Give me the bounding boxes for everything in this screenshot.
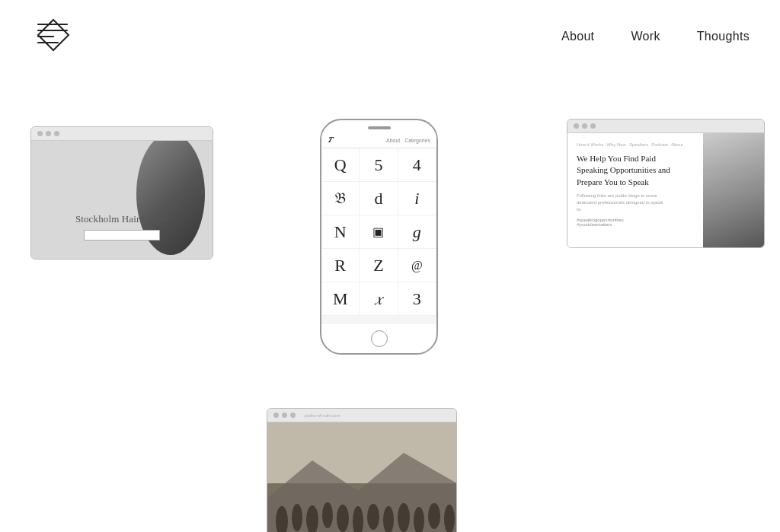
browser-dot-1 [37, 131, 43, 136]
browser-dot-2 [46, 131, 51, 136]
fontapp-logo: 𝑇 [328, 135, 332, 145]
stockholm-figure [136, 141, 205, 259]
main-nav: About Work Thoughts [561, 30, 750, 43]
glyph-cell: 5 [360, 148, 398, 182]
browser-titlebar-lincoln [567, 119, 764, 133]
fontapp-glyph-grid: Q 5 4 𝔅 d i N ▣ g R Z @ M 𝑥 3 [321, 148, 436, 316]
fontapp-nav: About Categories [386, 138, 430, 143]
browser-dot-3 [290, 413, 296, 418]
header: About Work Thoughts [0, 0, 780, 73]
svg-point-27 [428, 503, 440, 529]
lincoln-image [703, 133, 764, 247]
glyph-cell: 𝔅 [321, 182, 360, 215]
browser-dot-3 [54, 131, 59, 136]
glyph-cell: d [360, 182, 398, 215]
mockup-stockholm[interactable]: Stockholm Hairdresser [30, 126, 213, 260]
glyph-cell: N [321, 215, 360, 249]
fontapp-header: 𝑇 About Categories [321, 132, 436, 148]
glyph-cell: 4 [398, 148, 436, 182]
glyph-cell: 𝑥 [360, 282, 398, 316]
logo[interactable] [30, 14, 76, 59]
phone-speaker [368, 126, 391, 129]
svg-point-18 [292, 504, 302, 531]
glyph-cell: @ [398, 249, 436, 282]
glyph-cell: Q [321, 148, 360, 182]
glyph-cell: R [321, 249, 360, 282]
phone-home-button[interactable] [371, 330, 388, 347]
glyph-cell: g [398, 215, 436, 249]
svg-point-21 [337, 505, 349, 532]
stockholm-screen: Stockholm Hairdresser [31, 141, 213, 259]
fontapp-screen: 𝑇 About Categories Q 5 4 𝔅 d i N ▣ g R Z… [321, 132, 436, 324]
svg-point-20 [322, 502, 333, 528]
phone-notch-top [321, 120, 436, 132]
lincoln-sub: Following links are public blogs to some… [577, 193, 668, 213]
lincoln-screen: How it Works Why Now Speakers Podcast Ab… [567, 133, 764, 247]
glyph-cell: 3 [398, 282, 436, 316]
glyph-cell: i [398, 182, 436, 215]
paths-url: paths-of-ruin.com [305, 413, 340, 418]
lincoln-headline: We Help You Find Paid Speaking Opportuni… [577, 153, 676, 188]
phone-bottom [321, 324, 436, 353]
glyph-cell: ▣ [360, 215, 398, 249]
nav-about[interactable]: About [561, 30, 594, 43]
browser-titlebar [31, 127, 213, 141]
mockup-paths[interactable]: paths-of-ruin.com [267, 408, 457, 532]
glyph-cell: Z [360, 249, 398, 282]
browser-dot-1 [273, 413, 279, 418]
nav-thoughts[interactable]: Thoughts [697, 30, 750, 43]
stockholm-input-mock [84, 230, 160, 241]
browser-dot-2 [582, 123, 587, 129]
browser-titlebar-paths: paths-of-ruin.com [267, 409, 456, 422]
svg-point-23 [367, 504, 379, 530]
stockholm-title: Stockholm Hairdresser [75, 213, 168, 225]
svg-point-25 [398, 503, 410, 532]
browser-dot-1 [574, 123, 579, 129]
mockup-lincoln[interactable]: How it Works Why Now Speakers Podcast Ab… [567, 119, 765, 248]
paths-screen: Paths of Ruin Henry Swan [267, 422, 456, 532]
browser-dot-3 [590, 123, 596, 129]
glyph-cell: M [321, 282, 360, 316]
browser-dot-2 [282, 413, 287, 418]
nav-work[interactable]: Work [631, 30, 660, 43]
portfolio-grid: Stockholm Hairdresser 𝑇 About Categories… [0, 73, 780, 532]
mockup-fontapp[interactable]: 𝑇 About Categories Q 5 4 𝔅 d i N ▣ g R Z… [320, 119, 438, 355]
